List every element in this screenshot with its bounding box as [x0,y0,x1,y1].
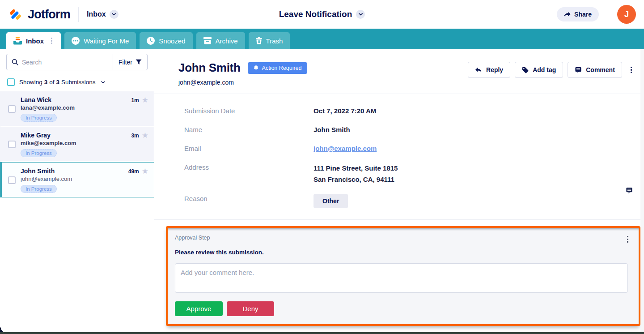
comment-icon [575,67,582,73]
chevron-down-icon[interactable] [101,81,105,84]
submitter-email: lana@example.com [21,104,126,111]
submitter-name: Mike Gray [21,132,126,139]
tab-waiting-for-me[interactable]: Waiting For Me [64,32,136,49]
submitter-email-header: john@example.com [178,79,307,86]
action-required-label: Action Required [262,65,302,71]
showing-count-text: Showing 3 of 3 Submissions [19,79,96,86]
star-icon[interactable]: ★ [142,133,148,139]
filter-button[interactable]: Filter [113,54,147,70]
status-badge: In Progress [21,114,57,122]
star-icon[interactable]: ★ [142,97,148,103]
submission-list-item[interactable]: Mike Gray mike@example.com In Progress 3… [0,127,154,162]
field-row: Reason Other [184,194,644,208]
filter-funnel-icon [136,59,142,65]
waiting-dots-icon [72,37,80,45]
submission-meta: 3m ★ [131,132,148,157]
jotform-logo[interactable]: Jotform [8,7,70,22]
status-badge: In Progress [21,185,57,193]
submission-time: 1m [131,97,139,103]
field-row: Name John Smith [184,125,644,135]
tab-snoozed[interactable]: Snoozed [140,32,192,49]
tab-trash[interactable]: Trash [249,32,290,49]
search-area: Filter [0,49,154,74]
submission-detail-panel: John Smith Action Required john@example.… [154,49,644,332]
submission-title: John Smith [178,61,241,75]
header-divider [608,4,608,25]
field-label: Address [184,163,314,185]
chevron-down-icon [110,10,119,19]
tab-archive[interactable]: Archive [196,32,245,49]
approval-step-card: Approval Step Please review this submiss… [166,226,640,326]
submission-list-item[interactable]: Lana Wick lana@example.com In Progress 1… [0,91,154,127]
top-bar: Jotform Inbox Leave Notification Share [0,0,644,29]
tab-archive-label: Archive [216,37,238,45]
reason-chip: Other [314,194,348,208]
inbox-tab-bar: Inbox Waiting For Me Snoozed Archive [0,29,644,49]
share-button[interactable]: Share [557,7,599,21]
bell-icon [253,65,259,71]
archive-box-icon [203,37,212,44]
submission-actions: Reply Add tag Comment [468,61,633,78]
email-link[interactable]: john@example.com [314,144,377,154]
clock-icon [147,37,155,45]
approve-button[interactable]: Approve [175,301,223,316]
add-tag-label: Add tag [533,66,556,73]
submission-checkbox[interactable] [8,105,16,113]
tab-snoozed-label: Snoozed [159,37,185,45]
workspace-dropdown[interactable]: Inbox [87,10,119,19]
approval-buttons: Approve Deny [175,301,630,316]
submissions-sidebar: Filter Showing 3 of 3 Submissions [0,49,154,332]
search-input[interactable] [22,59,113,66]
deny-button[interactable]: Deny [227,301,274,316]
header-divider [78,7,79,22]
submission-checkbox[interactable] [8,141,16,148]
jotform-inbox-app: Jotform Inbox Leave Notification Share [0,0,644,334]
search-icon [7,59,22,65]
submission-checkbox[interactable] [8,176,16,184]
field-label: Name [184,125,314,135]
add-tag-button[interactable]: Add tag [515,62,563,78]
submitter-email: john@example.com [21,175,123,183]
inbox-tray-icon [13,37,22,45]
select-all-checkbox[interactable] [7,78,15,86]
tab-inbox-label: Inbox [26,37,44,45]
submitter-name: John Smith [21,167,123,175]
reply-button[interactable]: Reply [468,62,510,78]
action-required-badge[interactable]: Action Required [248,62,307,74]
approval-options-kebab-icon[interactable] [626,235,630,244]
submission-summary: John Smith john@example.com In Progress [21,167,123,193]
chevron-down-icon [356,10,365,19]
submission-meta: 49m ★ [128,167,148,193]
body: Filter Showing 3 of 3 Submissions [0,49,644,332]
jotform-logo-icon [8,7,23,22]
address-line-2: San Francisco, CA, 94111 [314,174,398,185]
submitter-email: mike@example.com [21,139,126,147]
field-row: Email john@example.com [184,144,644,154]
comment-button[interactable]: Comment [568,62,622,78]
avatar-initial: J [624,10,629,19]
reply-arrow-icon [475,67,482,73]
star-icon[interactable]: ★ [142,168,148,175]
field-label: Email [184,144,314,154]
tab-inbox[interactable]: Inbox [6,32,61,49]
submission-time: 49m [128,168,139,175]
share-arrow-icon [564,12,571,17]
more-options-kebab-icon[interactable] [629,65,633,75]
avatar[interactable]: J [617,5,636,24]
brand-wordmark: Jotform [28,8,70,21]
search-box: Filter [6,54,148,70]
field-row: Address 111 Pine Street, Suite 1815 San … [184,163,644,185]
tab-trash-label: Trash [266,37,283,45]
scrollbar-track[interactable] [640,49,644,332]
field-comment-icon[interactable] [626,187,633,194]
filter-label: Filter [119,59,132,66]
tab-options-kebab-icon[interactable] [50,36,54,46]
submission-summary: Lana Wick lana@example.com In Progress [21,96,126,122]
window-bottom-edge [0,332,644,334]
submitter-name: Lana Wick [21,96,126,104]
submission-fields: Submission Date Oct 7, 2022 7:20 AM Name… [154,94,644,219]
share-label: Share [574,11,592,18]
approval-comment-input[interactable] [175,263,628,293]
status-badge: In Progress [21,149,57,157]
submission-list-item-selected[interactable]: John Smith john@example.com In Progress … [0,162,154,197]
